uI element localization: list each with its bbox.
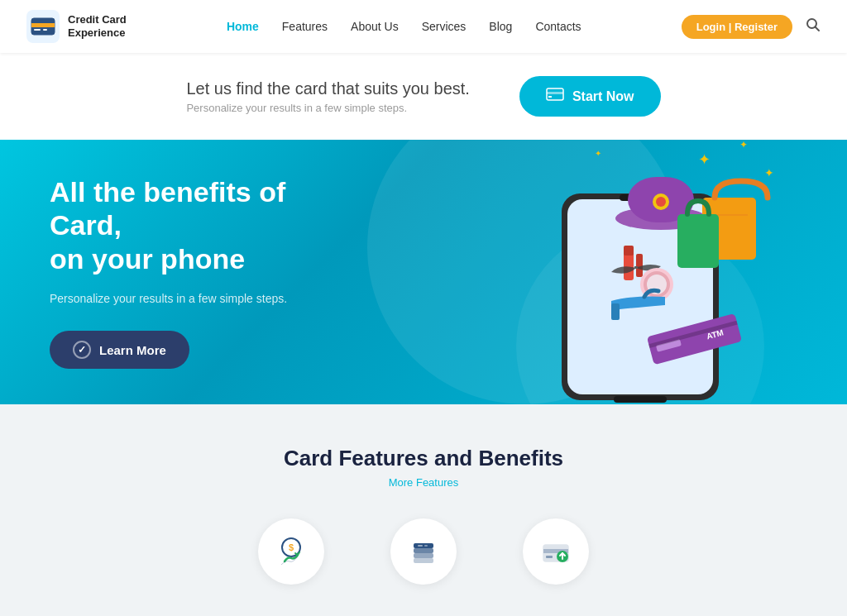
phone-illustration: ✦ ✦ ✦ ✦ <box>483 140 797 404</box>
hero-top-subtext: Personalize your results in a few simple… <box>186 102 469 114</box>
more-features-link[interactable]: More Features <box>50 476 797 489</box>
nav-about[interactable]: About Us <box>351 19 399 34</box>
search-icon <box>806 17 821 32</box>
svg-rect-42 <box>414 543 433 548</box>
svg-rect-26 <box>624 246 634 255</box>
feature-item-card <box>523 518 589 585</box>
navbar: Credit Card Experience Home Features Abo… <box>0 0 847 53</box>
svg-text:✦: ✦ <box>764 166 774 179</box>
svg-text:✦: ✦ <box>698 151 711 168</box>
stack-money-icon <box>407 535 440 568</box>
learn-more-button[interactable]: ✓ Learn More <box>50 331 189 369</box>
svg-rect-2 <box>31 23 55 27</box>
svg-rect-28 <box>634 266 638 269</box>
nav-blog[interactable]: Blog <box>489 19 512 34</box>
growth-coin-icon: $ <box>275 535 308 568</box>
feature-icon-stack-circle <box>390 518 457 585</box>
svg-point-21 <box>656 197 666 207</box>
svg-rect-24 <box>677 214 719 268</box>
logo-text: Credit Card Experience <box>68 13 127 39</box>
nav-contacts[interactable]: Contacts <box>535 19 581 34</box>
logo[interactable]: Credit Card Experience <box>26 10 127 43</box>
svg-rect-39 <box>414 558 433 563</box>
hero-description: Personalize your results in a few simple… <box>50 289 364 308</box>
hero-title: All the benefits of Card, on your phone <box>50 175 364 276</box>
features-section: Card Features and Benefits More Features… <box>0 404 847 616</box>
hero-content: All the benefits of Card, on your phone … <box>50 175 364 370</box>
feature-item-stack <box>390 518 457 585</box>
svg-rect-3 <box>34 29 41 31</box>
card-upload-icon <box>539 535 572 568</box>
start-now-button[interactable]: Start Now <box>519 76 661 117</box>
shopping-items-svg: ✦ ✦ ✦ ✦ <box>483 140 797 404</box>
login-register-button[interactable]: Login | Register <box>682 15 792 39</box>
svg-line-6 <box>816 26 820 31</box>
svg-text:✦: ✦ <box>739 140 748 150</box>
nav-features[interactable]: Features <box>282 19 328 34</box>
credit-card-icon <box>546 88 564 105</box>
svg-rect-40 <box>414 553 433 558</box>
hero-top-heading: Let us find the card that suits you best… <box>186 79 469 98</box>
svg-rect-4 <box>43 29 47 31</box>
hero-top-section: Let us find the card that suits you best… <box>0 53 847 140</box>
svg-text:$: $ <box>289 542 294 552</box>
check-icon: ✓ <box>73 341 91 359</box>
svg-rect-33 <box>647 313 742 365</box>
svg-rect-27 <box>636 254 643 277</box>
feature-item-growth: $ <box>258 518 324 585</box>
logo-icon <box>26 10 60 43</box>
svg-rect-25 <box>624 251 634 280</box>
feature-icon-growth-circle: $ <box>258 518 324 585</box>
svg-rect-41 <box>414 548 433 553</box>
svg-rect-9 <box>548 96 552 98</box>
nav-home[interactable]: Home <box>227 19 259 34</box>
svg-rect-32 <box>611 303 620 320</box>
features-icons-row: $ <box>50 518 797 585</box>
svg-rect-47 <box>546 556 553 558</box>
svg-rect-8 <box>547 92 563 94</box>
nav-services[interactable]: Services <box>422 19 467 34</box>
search-button[interactable] <box>806 17 821 36</box>
svg-text:✦: ✦ <box>595 149 601 158</box>
nav-right: Login | Register <box>682 15 821 39</box>
feature-icon-card-circle <box>523 518 589 585</box>
svg-rect-43 <box>418 545 423 547</box>
hero-top-text: Let us find the card that suits you best… <box>186 79 469 114</box>
learn-more-label: Learn More <box>99 343 166 357</box>
card-icon-svg <box>546 88 564 101</box>
svg-rect-44 <box>424 545 428 547</box>
features-heading: Card Features and Benefits <box>50 446 797 471</box>
start-now-label: Start Now <box>572 89 634 104</box>
hero-banner: All the benefits of Card, on your phone … <box>0 140 847 404</box>
nav-menu: Home Features About Us Services Blog Con… <box>227 19 581 34</box>
